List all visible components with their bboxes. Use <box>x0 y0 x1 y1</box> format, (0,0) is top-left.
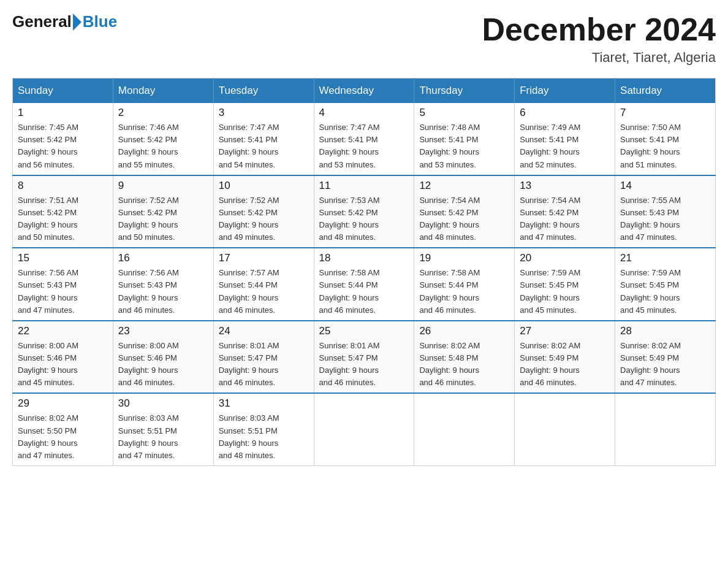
calendar-cell: 7Sunrise: 7:50 AMSunset: 5:41 PMDaylight… <box>615 103 716 175</box>
col-header-wednesday: Wednesday <box>314 79 414 104</box>
day-number: 30 <box>118 397 208 410</box>
day-info: Sunrise: 7:52 AMSunset: 5:42 PMDaylight:… <box>219 194 309 244</box>
calendar-cell: 24Sunrise: 8:01 AMSunset: 5:47 PMDayligh… <box>213 321 314 394</box>
calendar-cell: 18Sunrise: 7:58 AMSunset: 5:44 PMDayligh… <box>314 248 414 321</box>
day-info: Sunrise: 7:48 AMSunset: 5:41 PMDaylight:… <box>419 121 509 171</box>
day-number: 13 <box>520 180 610 192</box>
day-info: Sunrise: 8:01 AMSunset: 5:47 PMDaylight:… <box>319 340 409 389</box>
calendar-cell: 13Sunrise: 7:54 AMSunset: 5:42 PMDayligh… <box>515 175 615 248</box>
calendar-week-row: 8Sunrise: 7:51 AMSunset: 5:42 PMDaylight… <box>13 175 716 248</box>
calendar-cell: 28Sunrise: 8:02 AMSunset: 5:49 PMDayligh… <box>615 321 716 394</box>
calendar-table: SundayMondayTuesdayWednesdayThursdayFrid… <box>12 78 716 466</box>
calendar-week-row: 22Sunrise: 8:00 AMSunset: 5:46 PMDayligh… <box>13 321 716 394</box>
calendar-cell: 15Sunrise: 7:56 AMSunset: 5:43 PMDayligh… <box>13 248 113 321</box>
col-header-thursday: Thursday <box>414 79 515 104</box>
day-number: 17 <box>219 252 309 264</box>
calendar-cell: 27Sunrise: 8:02 AMSunset: 5:49 PMDayligh… <box>515 321 615 394</box>
calendar-cell <box>314 393 414 465</box>
day-info: Sunrise: 7:47 AMSunset: 5:41 PMDaylight:… <box>219 121 309 171</box>
calendar-cell <box>414 393 515 465</box>
day-number: 12 <box>419 180 509 192</box>
day-info: Sunrise: 7:58 AMSunset: 5:44 PMDaylight:… <box>419 267 509 316</box>
calendar-cell: 23Sunrise: 8:00 AMSunset: 5:46 PMDayligh… <box>113 321 213 394</box>
day-number: 5 <box>419 107 509 119</box>
day-number: 2 <box>118 107 208 119</box>
month-title: December 2024 <box>482 12 716 47</box>
logo: General Blue <box>12 12 117 31</box>
col-header-monday: Monday <box>113 79 213 104</box>
col-header-tuesday: Tuesday <box>213 79 314 104</box>
day-number: 23 <box>118 325 208 337</box>
day-info: Sunrise: 7:50 AMSunset: 5:41 PMDaylight:… <box>620 121 710 171</box>
calendar-cell: 25Sunrise: 8:01 AMSunset: 5:47 PMDayligh… <box>314 321 414 394</box>
day-info: Sunrise: 8:02 AMSunset: 5:49 PMDaylight:… <box>520 340 610 389</box>
day-info: Sunrise: 7:47 AMSunset: 5:41 PMDaylight:… <box>319 121 409 171</box>
day-number: 25 <box>319 325 409 337</box>
calendar-cell: 29Sunrise: 8:02 AMSunset: 5:50 PMDayligh… <box>13 393 113 465</box>
calendar-cell: 17Sunrise: 7:57 AMSunset: 5:44 PMDayligh… <box>213 248 314 321</box>
day-info: Sunrise: 7:53 AMSunset: 5:42 PMDaylight:… <box>319 194 409 244</box>
day-info: Sunrise: 8:00 AMSunset: 5:46 PMDaylight:… <box>18 340 108 389</box>
day-info: Sunrise: 7:45 AMSunset: 5:42 PMDaylight:… <box>18 121 108 171</box>
day-number: 24 <box>219 325 309 337</box>
day-info: Sunrise: 8:02 AMSunset: 5:48 PMDaylight:… <box>419 340 509 389</box>
day-number: 11 <box>319 180 409 192</box>
day-info: Sunrise: 7:58 AMSunset: 5:44 PMDaylight:… <box>319 267 409 316</box>
day-info: Sunrise: 7:54 AMSunset: 5:42 PMDaylight:… <box>419 194 509 244</box>
calendar-cell: 19Sunrise: 7:58 AMSunset: 5:44 PMDayligh… <box>414 248 515 321</box>
calendar-cell: 21Sunrise: 7:59 AMSunset: 5:45 PMDayligh… <box>615 248 716 321</box>
day-info: Sunrise: 7:52 AMSunset: 5:42 PMDaylight:… <box>118 194 208 244</box>
location-title: Tiaret, Tiaret, Algeria <box>482 50 716 66</box>
calendar-cell: 31Sunrise: 8:03 AMSunset: 5:51 PMDayligh… <box>213 393 314 465</box>
calendar-cell: 16Sunrise: 7:56 AMSunset: 5:43 PMDayligh… <box>113 248 213 321</box>
calendar-cell <box>615 393 716 465</box>
calendar-header-row: SundayMondayTuesdayWednesdayThursdayFrid… <box>13 79 716 104</box>
calendar-cell: 8Sunrise: 7:51 AMSunset: 5:42 PMDaylight… <box>13 175 113 248</box>
day-number: 22 <box>18 325 108 337</box>
day-number: 19 <box>419 252 509 264</box>
calendar-week-row: 15Sunrise: 7:56 AMSunset: 5:43 PMDayligh… <box>13 248 716 321</box>
calendar-cell: 3Sunrise: 7:47 AMSunset: 5:41 PMDaylight… <box>213 103 314 175</box>
day-info: Sunrise: 8:02 AMSunset: 5:50 PMDaylight:… <box>18 412 108 462</box>
calendar-cell: 12Sunrise: 7:54 AMSunset: 5:42 PMDayligh… <box>414 175 515 248</box>
day-info: Sunrise: 8:03 AMSunset: 5:51 PMDaylight:… <box>118 412 208 462</box>
calendar-cell: 4Sunrise: 7:47 AMSunset: 5:41 PMDaylight… <box>314 103 414 175</box>
title-area: December 2024 Tiaret, Tiaret, Algeria <box>482 12 716 66</box>
calendar-cell: 11Sunrise: 7:53 AMSunset: 5:42 PMDayligh… <box>314 175 414 248</box>
day-number: 4 <box>319 107 409 119</box>
day-info: Sunrise: 8:03 AMSunset: 5:51 PMDaylight:… <box>219 412 309 462</box>
day-info: Sunrise: 8:00 AMSunset: 5:46 PMDaylight:… <box>118 340 208 389</box>
col-header-sunday: Sunday <box>13 79 113 104</box>
calendar-week-row: 1Sunrise: 7:45 AMSunset: 5:42 PMDaylight… <box>13 103 716 175</box>
day-info: Sunrise: 8:01 AMSunset: 5:47 PMDaylight:… <box>219 340 309 389</box>
day-number: 16 <box>118 252 208 264</box>
day-number: 1 <box>18 107 108 119</box>
calendar-cell: 5Sunrise: 7:48 AMSunset: 5:41 PMDaylight… <box>414 103 515 175</box>
calendar-cell: 14Sunrise: 7:55 AMSunset: 5:43 PMDayligh… <box>615 175 716 248</box>
logo-blue-text: Blue <box>83 12 117 31</box>
calendar-cell: 20Sunrise: 7:59 AMSunset: 5:45 PMDayligh… <box>515 248 615 321</box>
day-number: 31 <box>219 397 309 410</box>
day-number: 29 <box>18 397 108 410</box>
day-info: Sunrise: 7:54 AMSunset: 5:42 PMDaylight:… <box>520 194 610 244</box>
day-info: Sunrise: 7:56 AMSunset: 5:43 PMDaylight:… <box>118 267 208 316</box>
logo-arrow-icon <box>73 13 82 31</box>
col-header-saturday: Saturday <box>615 79 716 104</box>
day-info: Sunrise: 7:55 AMSunset: 5:43 PMDaylight:… <box>620 194 710 244</box>
calendar-cell: 30Sunrise: 8:03 AMSunset: 5:51 PMDayligh… <box>113 393 213 465</box>
logo-general-text: General <box>12 12 72 31</box>
day-number: 26 <box>419 325 509 337</box>
calendar-cell <box>515 393 615 465</box>
day-number: 9 <box>118 180 208 192</box>
day-info: Sunrise: 7:57 AMSunset: 5:44 PMDaylight:… <box>219 267 309 316</box>
day-info: Sunrise: 7:56 AMSunset: 5:43 PMDaylight:… <box>18 267 108 316</box>
page-header: General Blue December 2024 Tiaret, Tiare… <box>12 12 716 66</box>
day-info: Sunrise: 7:46 AMSunset: 5:42 PMDaylight:… <box>118 121 208 171</box>
calendar-week-row: 29Sunrise: 8:02 AMSunset: 5:50 PMDayligh… <box>13 393 716 465</box>
col-header-friday: Friday <box>515 79 615 104</box>
day-number: 15 <box>18 252 108 264</box>
day-info: Sunrise: 8:02 AMSunset: 5:49 PMDaylight:… <box>620 340 710 389</box>
day-number: 3 <box>219 107 309 119</box>
day-number: 27 <box>520 325 610 337</box>
calendar-cell: 22Sunrise: 8:00 AMSunset: 5:46 PMDayligh… <box>13 321 113 394</box>
